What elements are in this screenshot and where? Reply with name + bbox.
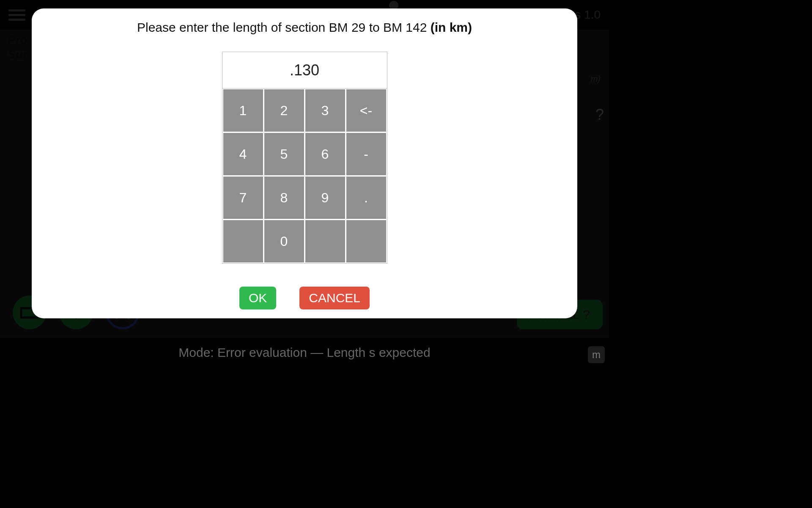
key-5[interactable]: 5 (264, 133, 304, 175)
key-blank-1[interactable] (223, 220, 263, 262)
dialog-title: Please enter the length of section BM 29… (137, 20, 472, 35)
key-backspace[interactable]: <- (346, 89, 386, 132)
numeric-keypad: .130 1 2 3 <- 4 5 6 - 7 8 9 . 0 (222, 52, 387, 264)
value-display[interactable]: .130 (222, 52, 387, 88)
key-7[interactable]: 7 (223, 177, 263, 219)
key-dot[interactable]: . (346, 177, 386, 219)
cancel-button[interactable]: CANCEL (299, 287, 370, 309)
key-0[interactable]: 0 (264, 220, 304, 262)
key-8[interactable]: 8 (264, 177, 304, 219)
key-2[interactable]: 2 (264, 89, 304, 132)
ok-button[interactable]: OK (239, 287, 276, 309)
key-blank-2[interactable] (305, 220, 345, 262)
dialog-actions: OK CANCEL (239, 287, 370, 309)
key-minus[interactable]: - (346, 133, 386, 175)
key-9[interactable]: 9 (305, 177, 345, 219)
length-input-dialog: Please enter the length of section BM 29… (32, 8, 577, 318)
key-4[interactable]: 4 (223, 133, 263, 175)
key-6[interactable]: 6 (305, 133, 345, 175)
key-3[interactable]: 3 (305, 89, 345, 132)
key-blank-3[interactable] (346, 220, 386, 262)
key-1[interactable]: 1 (223, 89, 263, 132)
